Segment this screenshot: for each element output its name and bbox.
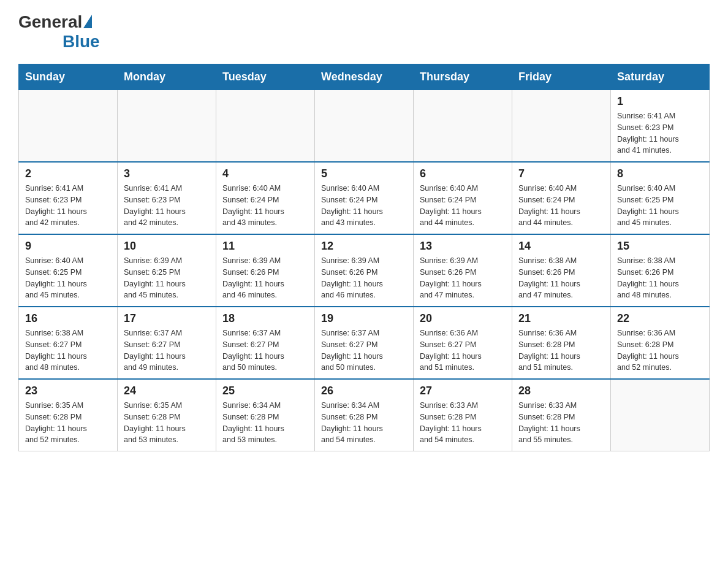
- day-number: 15: [617, 240, 703, 253]
- calendar-cell: [512, 90, 611, 163]
- weekday-header-wednesday: Wednesday: [315, 64, 414, 90]
- day-number: 19: [321, 312, 407, 325]
- week-row-3: 9Sunrise: 6:40 AMSunset: 6:25 PMDaylight…: [19, 234, 710, 307]
- day-info: Sunrise: 6:40 AMSunset: 6:24 PMDaylight:…: [321, 183, 407, 229]
- day-info: Sunrise: 6:40 AMSunset: 6:25 PMDaylight:…: [617, 183, 703, 229]
- day-number: 13: [420, 240, 506, 253]
- page-header: General Blue: [18, 12, 710, 52]
- day-number: 2: [25, 167, 111, 180]
- calendar-cell: 10Sunrise: 6:39 AMSunset: 6:25 PMDayligh…: [118, 234, 216, 307]
- day-number: 10: [124, 240, 210, 253]
- day-info: Sunrise: 6:40 AMSunset: 6:25 PMDaylight:…: [25, 255, 111, 301]
- day-info: Sunrise: 6:34 AMSunset: 6:28 PMDaylight:…: [321, 400, 407, 446]
- day-info: Sunrise: 6:35 AMSunset: 6:28 PMDaylight:…: [124, 400, 210, 446]
- calendar-cell: 25Sunrise: 6:34 AMSunset: 6:28 PMDayligh…: [216, 379, 315, 451]
- day-info: Sunrise: 6:39 AMSunset: 6:25 PMDaylight:…: [124, 255, 210, 301]
- day-number: 16: [25, 312, 111, 325]
- calendar-cell: 16Sunrise: 6:38 AMSunset: 6:27 PMDayligh…: [19, 307, 118, 379]
- weekday-header-friday: Friday: [512, 64, 611, 90]
- day-number: 4: [222, 167, 308, 180]
- calendar-cell: 9Sunrise: 6:40 AMSunset: 6:25 PMDaylight…: [19, 234, 118, 307]
- day-info: Sunrise: 6:33 AMSunset: 6:28 PMDaylight:…: [518, 400, 604, 446]
- day-number: 11: [222, 240, 308, 253]
- day-info: Sunrise: 6:33 AMSunset: 6:28 PMDaylight:…: [420, 400, 506, 446]
- day-info: Sunrise: 6:35 AMSunset: 6:28 PMDaylight:…: [25, 400, 111, 446]
- day-info: Sunrise: 6:37 AMSunset: 6:27 PMDaylight:…: [321, 327, 407, 373]
- week-row-1: 1Sunrise: 6:41 AMSunset: 6:23 PMDaylight…: [19, 90, 710, 163]
- day-info: Sunrise: 6:38 AMSunset: 6:26 PMDaylight:…: [518, 255, 604, 301]
- week-row-4: 16Sunrise: 6:38 AMSunset: 6:27 PMDayligh…: [19, 307, 710, 379]
- day-number: 9: [25, 240, 111, 253]
- calendar-cell: 6Sunrise: 6:40 AMSunset: 6:24 PMDaylight…: [414, 162, 512, 234]
- day-number: 12: [321, 240, 407, 253]
- day-info: Sunrise: 6:39 AMSunset: 6:26 PMDaylight:…: [222, 255, 308, 301]
- calendar-cell: 21Sunrise: 6:36 AMSunset: 6:28 PMDayligh…: [512, 307, 611, 379]
- calendar-cell: 14Sunrise: 6:38 AMSunset: 6:26 PMDayligh…: [512, 234, 611, 307]
- day-info: Sunrise: 6:41 AMSunset: 6:23 PMDaylight:…: [25, 183, 111, 229]
- day-number: 18: [222, 312, 308, 325]
- weekday-header-thursday: Thursday: [414, 64, 512, 90]
- logo-blue-text: Blue: [63, 32, 100, 52]
- day-info: Sunrise: 6:40 AMSunset: 6:24 PMDaylight:…: [222, 183, 308, 229]
- day-number: 23: [25, 385, 111, 397]
- calendar-cell: 28Sunrise: 6:33 AMSunset: 6:28 PMDayligh…: [512, 379, 611, 451]
- calendar-cell: [414, 90, 512, 163]
- calendar-cell: [19, 90, 118, 163]
- week-row-5: 23Sunrise: 6:35 AMSunset: 6:28 PMDayligh…: [19, 379, 710, 451]
- day-info: Sunrise: 6:41 AMSunset: 6:23 PMDaylight:…: [617, 110, 703, 156]
- day-info: Sunrise: 6:38 AMSunset: 6:27 PMDaylight:…: [25, 327, 111, 373]
- weekday-header-saturday: Saturday: [611, 64, 710, 90]
- day-info: Sunrise: 6:37 AMSunset: 6:27 PMDaylight:…: [124, 327, 210, 373]
- day-info: Sunrise: 6:37 AMSunset: 6:27 PMDaylight:…: [222, 327, 308, 373]
- day-info: Sunrise: 6:40 AMSunset: 6:24 PMDaylight:…: [420, 183, 506, 229]
- day-number: 17: [124, 312, 210, 325]
- calendar-cell: 1Sunrise: 6:41 AMSunset: 6:23 PMDaylight…: [611, 90, 710, 163]
- logo-general-text: General: [18, 12, 82, 32]
- day-info: Sunrise: 6:41 AMSunset: 6:23 PMDaylight:…: [124, 183, 210, 229]
- weekday-header-tuesday: Tuesday: [216, 64, 315, 90]
- calendar-table: SundayMondayTuesdayWednesdayThursdayFrid…: [18, 64, 710, 451]
- calendar-cell: 22Sunrise: 6:36 AMSunset: 6:28 PMDayligh…: [611, 307, 710, 379]
- day-info: Sunrise: 6:39 AMSunset: 6:26 PMDaylight:…: [321, 255, 407, 301]
- weekday-header-sunday: Sunday: [19, 64, 118, 90]
- day-info: Sunrise: 6:34 AMSunset: 6:28 PMDaylight:…: [222, 400, 308, 446]
- calendar-cell: 3Sunrise: 6:41 AMSunset: 6:23 PMDaylight…: [118, 162, 216, 234]
- calendar-cell: 12Sunrise: 6:39 AMSunset: 6:26 PMDayligh…: [315, 234, 414, 307]
- day-number: 5: [321, 167, 407, 180]
- day-info: Sunrise: 6:40 AMSunset: 6:24 PMDaylight:…: [518, 183, 604, 229]
- logo-triangle-icon: [83, 15, 92, 28]
- day-number: 28: [518, 385, 604, 397]
- day-number: 27: [420, 385, 506, 397]
- calendar-cell: 24Sunrise: 6:35 AMSunset: 6:28 PMDayligh…: [118, 379, 216, 451]
- calendar-cell: 27Sunrise: 6:33 AMSunset: 6:28 PMDayligh…: [414, 379, 512, 451]
- day-number: 8: [617, 167, 703, 180]
- calendar-cell: 20Sunrise: 6:36 AMSunset: 6:27 PMDayligh…: [414, 307, 512, 379]
- calendar-cell: [315, 90, 414, 163]
- calendar-cell: 26Sunrise: 6:34 AMSunset: 6:28 PMDayligh…: [315, 379, 414, 451]
- day-number: 22: [617, 312, 703, 325]
- day-info: Sunrise: 6:38 AMSunset: 6:26 PMDaylight:…: [617, 255, 703, 301]
- day-number: 21: [518, 312, 604, 325]
- day-number: 6: [420, 167, 506, 180]
- day-info: Sunrise: 6:36 AMSunset: 6:28 PMDaylight:…: [617, 327, 703, 373]
- calendar-cell: 2Sunrise: 6:41 AMSunset: 6:23 PMDaylight…: [19, 162, 118, 234]
- weekday-header-monday: Monday: [118, 64, 216, 90]
- weekday-header-row: SundayMondayTuesdayWednesdayThursdayFrid…: [19, 64, 710, 90]
- day-number: 25: [222, 385, 308, 397]
- day-number: 24: [124, 385, 210, 397]
- day-info: Sunrise: 6:36 AMSunset: 6:28 PMDaylight:…: [518, 327, 604, 373]
- calendar-cell: 13Sunrise: 6:39 AMSunset: 6:26 PMDayligh…: [414, 234, 512, 307]
- calendar-cell: 4Sunrise: 6:40 AMSunset: 6:24 PMDaylight…: [216, 162, 315, 234]
- calendar-cell: 7Sunrise: 6:40 AMSunset: 6:24 PMDaylight…: [512, 162, 611, 234]
- calendar-cell: 18Sunrise: 6:37 AMSunset: 6:27 PMDayligh…: [216, 307, 315, 379]
- calendar-cell: 17Sunrise: 6:37 AMSunset: 6:27 PMDayligh…: [118, 307, 216, 379]
- day-number: 1: [617, 95, 703, 108]
- calendar-cell: [216, 90, 315, 163]
- day-number: 7: [518, 167, 604, 180]
- calendar-cell: 19Sunrise: 6:37 AMSunset: 6:27 PMDayligh…: [315, 307, 414, 379]
- calendar-cell: [118, 90, 216, 163]
- week-row-2: 2Sunrise: 6:41 AMSunset: 6:23 PMDaylight…: [19, 162, 710, 234]
- calendar-cell: 8Sunrise: 6:40 AMSunset: 6:25 PMDaylight…: [611, 162, 710, 234]
- calendar-cell: 23Sunrise: 6:35 AMSunset: 6:28 PMDayligh…: [19, 379, 118, 451]
- day-number: 20: [420, 312, 506, 325]
